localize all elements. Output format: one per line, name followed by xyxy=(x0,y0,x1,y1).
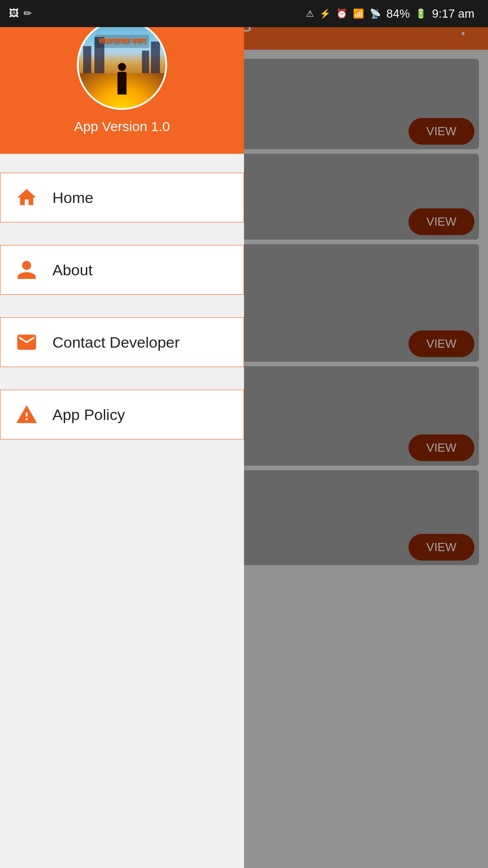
status-bar: 🖼 ✏ ⚠ ⚡ ⏰ 📶 📡 84% 🔋 9:17 am xyxy=(0,0,488,27)
battery-icon: 🔋 xyxy=(415,8,427,19)
contact-label: Contact Developer xyxy=(52,334,180,351)
home-icon xyxy=(14,185,39,210)
battery-percent: 84% xyxy=(386,7,410,21)
drawer-overlay[interactable] xyxy=(244,0,488,868)
navigation-drawer: सकारात्मक वचन App Version 1.0 Home About xyxy=(0,0,244,868)
signal-icon: 📡 xyxy=(370,8,381,19)
policy-label: App Policy xyxy=(52,406,125,424)
wifi-icon: 📶 xyxy=(353,8,364,19)
spacer-4 xyxy=(0,367,244,390)
bluetooth-icon: ⚡ xyxy=(319,8,331,19)
time-display: 9:17 am xyxy=(432,7,474,21)
menu-item-about[interactable]: About xyxy=(0,245,244,295)
alert-icon: ⚠ xyxy=(306,8,314,19)
app-logo: सकारात्मक वचन xyxy=(77,19,167,110)
gallery-icon: 🖼 xyxy=(9,8,19,19)
building-3 xyxy=(142,51,149,73)
app-version-label: App Version 1.0 xyxy=(74,119,170,134)
building-1 xyxy=(83,46,91,73)
spacer-1 xyxy=(0,155,244,173)
menu-item-contact[interactable]: Contact Developer xyxy=(0,317,244,367)
menu-item-home[interactable]: Home xyxy=(0,173,244,222)
warning-icon xyxy=(14,402,39,427)
email-icon xyxy=(14,330,39,355)
status-bar-left-icons: 🖼 ✏ xyxy=(9,8,32,19)
spacer-2 xyxy=(0,222,244,245)
home-label: Home xyxy=(52,189,94,207)
avatar-app-name: सकारात्मक वचन xyxy=(95,35,149,48)
person-silhouette xyxy=(117,63,127,94)
building-4 xyxy=(151,42,160,73)
drawer-empty-space xyxy=(0,439,244,868)
status-bar-right: ⚠ ⚡ ⏰ 📶 📡 84% 🔋 9:17 am xyxy=(306,7,474,21)
alarm-icon: ⏰ xyxy=(336,8,347,19)
person-icon xyxy=(14,258,39,283)
spacer-3 xyxy=(0,295,244,317)
edit-icon: ✏ xyxy=(23,8,32,19)
menu-item-policy[interactable]: App Policy xyxy=(0,390,244,439)
about-label: About xyxy=(52,261,93,279)
